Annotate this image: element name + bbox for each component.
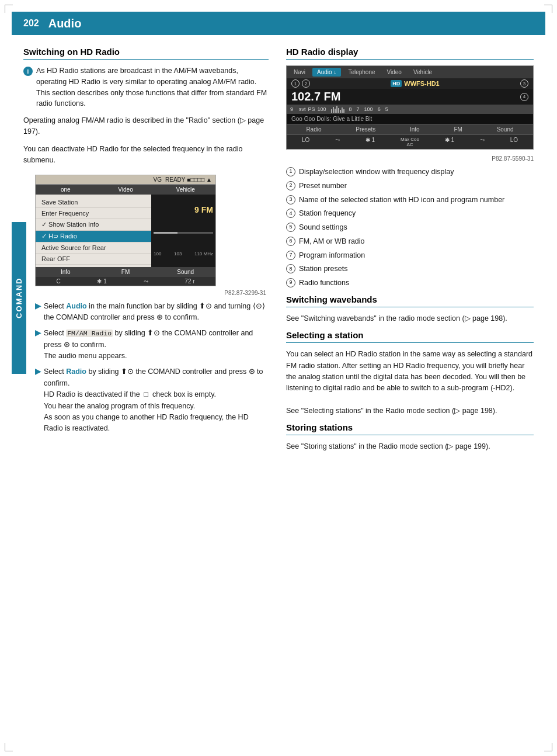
num-item-text-6: FM, AM or WB radio [299,236,365,247]
selecting-station-body: You can select an HD Radio station in th… [286,349,534,417]
num-item-2: 2 Preset number [286,181,534,192]
radio-menu-body: Save Station Enter Frequency ✓ Show Stat… [36,195,215,267]
bullet-arrow: ▶ [35,366,41,434]
page-number: 202 [23,18,39,29]
storing-stations-body: See "Storing stations" in the Radio mode… [286,441,534,452]
bullet-item-2: ▶ Select FM/AM Radio by sliding ⬆︎⊙ the … [23,328,269,362]
hd-bottom-controls: LO ⤳ ✱ 1 Max CooAC ✱ 1 ⤳ LO [287,134,533,149]
left-section-header: Switching on HD Radio [23,47,269,60]
num-item-3: 3 Name of the selected station with HD i… [286,195,534,206]
bullet-arrow: ▶ [35,301,41,324]
num-item-5: 5 Sound settings [286,222,534,233]
num-circle-2: 2 [286,181,295,190]
bullet-arrow: ▶ [35,328,41,362]
num-item-4: 4 Station frequency [286,208,534,219]
num-circle-6: 6 [286,237,295,246]
hd-presets-row: 9 svt PS 100 8 7 100 6 [287,105,533,114]
info-text: As HD Radio stations are broadcast in th… [36,65,269,109]
num-item-6: 6 FM, AM or WB radio [286,236,534,247]
radio-menu-controls: C ✱ 1 ⤳ 72 r [36,277,215,286]
corner-mark-br [544,743,552,751]
radio-menu-row: Rear OFF [36,254,151,265]
radio-menu-image: VG READY ■□□□□ ▲ one Video Vehicle Save … [35,175,216,286]
selecting-station-header: Selecting a station [286,330,534,343]
num-item-text-4: Station frequency [299,208,356,219]
num-item-1: 1 Display/selection window with frequenc… [286,167,534,178]
hd-top-nav: Navi Audio ↓ Telephone Video Vehicle [287,66,533,78]
num-item-9: 9 Radio functions [286,278,534,289]
radio-menu-caption: P82.87-3299-31 [23,290,269,296]
num-circle-4: 4 [286,209,295,218]
num-circle-9: 9 [286,278,295,287]
hd-song-bar: Goo Goo Dolls: Give a Little Bit [287,114,533,124]
hd-display-image: Navi Audio ↓ Telephone Video Vehicle 1 2… [286,65,534,150]
num-item-text-9: Radio functions [299,278,349,289]
num-circle-7: 7 [286,251,295,260]
radio-menu-row: Active Source for Rear [36,242,151,254]
para2: You can deactivate HD Radio for the sele… [23,144,269,167]
switching-wavebands-header: Switching wavebands [286,294,534,307]
corner-mark-bl [5,743,13,751]
numbered-list: 1 Display/selection window with frequenc… [286,167,534,289]
num-item-text-7: Program information [299,250,365,261]
num-circle-5: 5 [286,223,295,232]
sidebar-comand-label: COMAND [12,222,26,374]
num-item-text-1: Display/selection window with frequency … [299,167,454,178]
num-item-text-2: Preset number [299,181,347,192]
bullet-item-1: ▶ Select Audio in the main function bar … [23,301,269,324]
switching-wavebands-body: See "Switching wavebands" in the radio m… [286,313,534,324]
radio-menu-navbar: one Video Vehicle [36,185,215,195]
corner-mark-tl [5,5,13,13]
hd-freq-row: 102.7 FM 4 [287,89,533,105]
radio-menu-row-hd-radio: ✓ H⊃ Radio [36,231,151,242]
para1: Operating analog FM/AM radio is describe… [23,115,269,138]
num-item-text-3: Name of the selected station with HD ico… [299,195,504,206]
num-circle-1: 1 [286,167,295,176]
info-icon: i [23,67,33,76]
hd-bottom-nav: Radio Presets Info FM Sound [287,124,533,134]
radio-freq-panel: 9 FM 100103110 MHz [151,195,215,267]
num-item-8: 8 Station presets [286,263,534,275]
num-item-text-5: Sound settings [299,222,347,233]
hd-display-caption: P82.87-5590-31 [286,155,534,162]
right-column: HD Radio display Navi Audio ↓ Telephone … [286,35,534,459]
radio-menu-row: ✓ Show Station Info [36,219,151,231]
radio-menu-bottom-nav: Info FM Sound [36,267,215,277]
header-bar: 202 Audio [12,12,545,35]
left-column: Switching on HD Radio i As HD Radio stat… [23,35,269,459]
bullet-item-3: ▶ Select Radio by sliding ⬆︎⊙ the COMAND… [23,366,269,434]
hd-station-row: 1 2 HD WWFS-HD1 3 [287,78,533,89]
num-circle-8: 8 [286,264,295,273]
radio-menu-row: Save Station [36,197,151,208]
num-circle-3: 3 [286,195,295,204]
page-title: Audio [48,17,82,30]
num-item-text-8: Station presets [299,263,347,275]
radio-menu-row: Enter Frequency [36,208,151,219]
corner-mark-tr [544,5,552,13]
radio-menu-items: Save Station Enter Frequency ✓ Show Stat… [36,195,151,267]
storing-stations-header: Storing stations [286,422,534,435]
info-paragraph: i As HD Radio stations are broadcast in … [23,65,269,109]
num-item-7: 7 Program information [286,250,534,261]
radio-menu-topbar: VG READY ■□□□□ ▲ [36,175,215,185]
content-area: Switching on HD Radio i As HD Radio stat… [12,35,545,459]
right-section-header: HD Radio display [286,47,534,60]
